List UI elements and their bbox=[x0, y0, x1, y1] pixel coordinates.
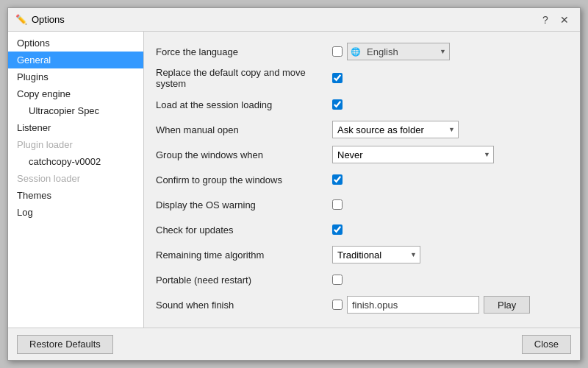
dialog-footer: Restore Defaults Close bbox=[8, 328, 580, 360]
control-sound-finish: Play bbox=[332, 296, 530, 314]
control-group-windows: Never Always On multiple transfers bbox=[332, 146, 494, 163]
sidebar-item-session-loader: Session loader bbox=[8, 170, 143, 187]
checkbox-portable[interactable] bbox=[332, 275, 343, 285]
restore-defaults-button[interactable]: Restore Defaults bbox=[17, 335, 113, 354]
language-dropdown-wrapper: 🌐 English French German Spanish bbox=[347, 43, 450, 60]
row-confirm-group: Confirm to group the windows bbox=[156, 170, 568, 189]
row-display-os-warning: Display the OS warning bbox=[156, 195, 568, 214]
close-button[interactable]: Close bbox=[522, 335, 571, 354]
group-windows-select[interactable]: Never Always On multiple transfers bbox=[332, 146, 494, 163]
sidebar-item-plugin-loader: Plugin loader bbox=[8, 136, 143, 153]
when-manual-open-select[interactable]: Ask source as folder Ask destination as … bbox=[332, 121, 459, 138]
dialog-title: Options bbox=[32, 14, 65, 25]
control-remaining-time: Traditional Enhanced Average bbox=[332, 246, 420, 263]
control-force-language: 🌐 English French German Spanish bbox=[332, 43, 450, 60]
control-load-session bbox=[332, 99, 343, 110]
checkbox-replace-copy[interactable] bbox=[332, 73, 343, 83]
row-when-manual-open: When manual open Ask source as folder As… bbox=[156, 120, 568, 139]
sidebar-item-ultracopier-spec[interactable]: Ultracopier Spec bbox=[8, 102, 143, 119]
row-check-updates: Check for updates bbox=[156, 220, 568, 239]
label-force-language: Force the language bbox=[156, 46, 332, 57]
help-button[interactable]: ? bbox=[537, 12, 553, 28]
control-replace-copy bbox=[332, 73, 343, 83]
label-replace-copy: Replace the default copy and move system bbox=[156, 67, 332, 89]
remaining-time-select[interactable]: Traditional Enhanced Average bbox=[332, 246, 420, 263]
title-bar-left: ✏️ Options bbox=[15, 14, 65, 26]
language-select[interactable]: English French German Spanish bbox=[347, 43, 450, 60]
checkbox-sound-finish[interactable] bbox=[332, 300, 343, 310]
label-confirm-group: Confirm to group the windows bbox=[156, 174, 332, 185]
label-display-os-warning: Display the OS warning bbox=[156, 199, 332, 210]
sidebar-item-general[interactable]: General bbox=[8, 52, 143, 68]
sidebar-item-themes[interactable]: Themes bbox=[8, 187, 143, 204]
checkbox-force-language[interactable] bbox=[332, 46, 343, 57]
sidebar-item-listener[interactable]: Listener bbox=[8, 119, 143, 136]
when-manual-open-wrapper: Ask source as folder Ask destination as … bbox=[332, 121, 459, 138]
sidebar-item-options[interactable]: Options bbox=[8, 35, 143, 52]
checkbox-load-session[interactable] bbox=[332, 99, 343, 110]
row-sound-finish: Sound when finish Play bbox=[156, 295, 568, 314]
label-load-session: Load at the session loading bbox=[156, 99, 332, 110]
label-group-windows: Group the windows when bbox=[156, 149, 332, 160]
title-bar-right: ? ✕ bbox=[537, 12, 573, 28]
sidebar: Options General Plugins Copy engine Ultr… bbox=[8, 32, 144, 328]
label-portable: Portable (need restart) bbox=[156, 275, 332, 286]
row-load-session: Load at the session loading bbox=[156, 95, 568, 114]
sidebar-item-copy-engine[interactable]: Copy engine bbox=[8, 85, 143, 102]
row-replace-copy: Replace the default copy and move system bbox=[156, 67, 568, 89]
checkbox-display-os-warning[interactable] bbox=[332, 199, 343, 210]
sidebar-item-log[interactable]: Log bbox=[8, 204, 143, 221]
play-button[interactable]: Play bbox=[484, 296, 530, 314]
row-portable: Portable (need restart) bbox=[156, 270, 568, 289]
dialog-icon: ✏️ bbox=[15, 14, 27, 26]
sidebar-item-catchcopy[interactable]: catchcopy-v0002 bbox=[8, 153, 143, 170]
control-when-manual-open: Ask source as folder Ask destination as … bbox=[332, 121, 459, 138]
content-area: Force the language 🌐 English French Germ… bbox=[144, 32, 580, 328]
close-title-button[interactable]: ✕ bbox=[556, 12, 573, 28]
label-when-manual-open: When manual open bbox=[156, 124, 332, 135]
group-windows-wrapper: Never Always On multiple transfers bbox=[332, 146, 494, 163]
options-dialog: ✏️ Options ? ✕ Options General Plugins C… bbox=[7, 7, 581, 361]
row-force-language: Force the language 🌐 English French Germ… bbox=[156, 42, 568, 61]
title-bar: ✏️ Options ? ✕ bbox=[8, 8, 580, 32]
control-confirm-group bbox=[332, 174, 343, 185]
row-group-windows: Group the windows when Never Always On m… bbox=[156, 145, 568, 164]
control-portable bbox=[332, 275, 343, 285]
label-remaining-time: Remaining time algorithm bbox=[156, 250, 332, 261]
sidebar-item-plugins[interactable]: Plugins bbox=[8, 68, 143, 85]
label-sound-finish: Sound when finish bbox=[156, 300, 332, 311]
checkbox-confirm-group[interactable] bbox=[332, 174, 343, 185]
label-check-updates: Check for updates bbox=[156, 224, 332, 236]
dialog-body: Options General Plugins Copy engine Ultr… bbox=[8, 32, 580, 328]
row-remaining-time: Remaining time algorithm Traditional Enh… bbox=[156, 245, 568, 264]
remaining-time-wrapper: Traditional Enhanced Average bbox=[332, 246, 420, 263]
checkbox-check-updates[interactable] bbox=[332, 224, 343, 235]
sound-finish-input[interactable] bbox=[347, 296, 479, 314]
control-display-os-warning bbox=[332, 199, 343, 210]
control-check-updates bbox=[332, 224, 343, 235]
